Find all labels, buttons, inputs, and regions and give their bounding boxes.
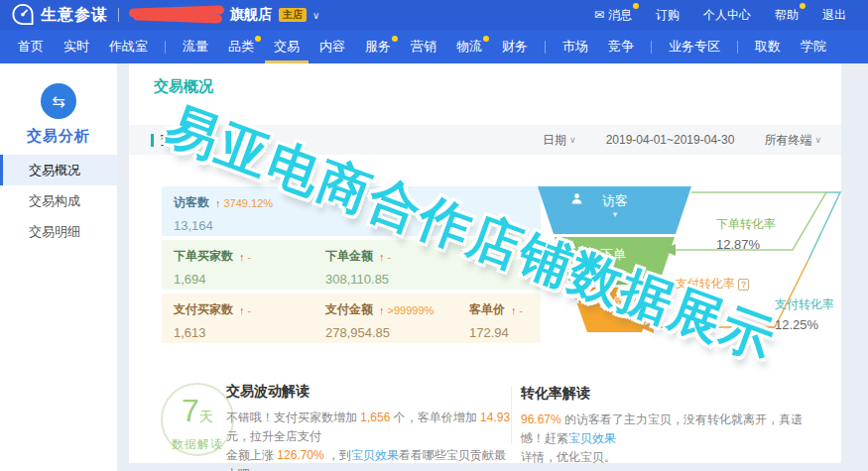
chevron-down-icon[interactable]: ∨ xyxy=(312,10,319,21)
text: 详情，优化宝贝。 xyxy=(521,450,616,464)
nav-tab-trade[interactable]: 交易 xyxy=(264,30,310,63)
insight-text: 96.67% 的访客看了主力宝贝，没有转化就离开，真遗憾！赶紧宝贝效果 详情，优… xyxy=(521,411,823,467)
notification-dot xyxy=(633,3,639,9)
notification-dot xyxy=(392,36,398,42)
metric-pay-buyers[interactable]: 支付买家数↑- 1,613 xyxy=(174,301,251,340)
rate-order-pay-conversion: 下单-支付转化率? xyxy=(648,276,749,296)
conversion-insight: 转化率解读 96.67% 的访客看了主力宝贝，没有转化就离开，真遗憾！赶紧宝贝效… xyxy=(521,385,823,467)
sidebar-item-trade-composition[interactable]: 交易构成 xyxy=(0,185,117,216)
insight-title: 交易波动解读 xyxy=(226,383,518,401)
metric-row-orders: 下单买家数↑- 1,694 下单金额↑- 308,110.85 xyxy=(162,240,541,290)
divider xyxy=(737,41,738,54)
metric-visitors[interactable]: 访客数↑3749.12% 13,164 xyxy=(174,194,273,233)
funnel-stage-label: 下单 xyxy=(600,246,626,264)
delta-up-icon: ↑ xyxy=(239,304,245,316)
highlight-number: 96.67% xyxy=(521,412,561,426)
nav-label: 业务专区 xyxy=(669,39,720,54)
section-title: 交易总览 xyxy=(161,131,212,149)
topbar-item-logout[interactable]: 退出 xyxy=(822,7,846,24)
metric-order-buyers[interactable]: 下单买家数↑- 1,694 xyxy=(174,248,251,287)
funnel-stage-label: 访客 xyxy=(602,192,628,210)
section-header: 交易总览 日期 ∨ 2019-04-01~2019-04-30 所有终端 ∨ xyxy=(129,125,841,155)
sidebar-item-trade-detail[interactable]: 交易明细 xyxy=(0,216,117,247)
conversion-funnel: 访客 ▾ 下单 支付 下单转化率 12.87% 下单-支付转化率? 支付转化率 … xyxy=(531,180,843,354)
nav-label: 物流 xyxy=(456,39,482,54)
nav-label: 品类 xyxy=(228,39,254,54)
notification-dot xyxy=(483,36,489,42)
sidebar-item-label: 交易概况 xyxy=(29,163,80,177)
rate-pay-conversion: 支付转化率 12.25% xyxy=(775,296,834,332)
notification-dot xyxy=(255,36,261,42)
metric-order-amount[interactable]: 下单金额↑- 308,110.85 xyxy=(325,248,391,287)
trade-fluctuation-insight: 交易波动解读 不错哦！支付买家数增加 1,656 个，客单价增加 14.93 元… xyxy=(226,383,518,471)
topbar-item-account[interactable]: 个人中心 xyxy=(703,7,751,24)
nav-tab-category[interactable]: 品类 xyxy=(218,30,264,63)
nav-tab-finance[interactable]: 财务 xyxy=(492,30,538,63)
date-range-value[interactable]: 2019-04-01~2019-04-30 xyxy=(606,133,735,147)
store-name-suffix[interactable]: 旗舰店 xyxy=(230,6,272,24)
nav-label: 内容 xyxy=(319,39,345,54)
nav-tab-content[interactable]: 内容 xyxy=(310,30,355,63)
nav-tab-market[interactable]: 市场 xyxy=(553,30,598,63)
topbar-item-subscribe[interactable]: 订购 xyxy=(656,7,680,24)
metric-delta: - xyxy=(520,304,524,316)
metric-delta: >99999% xyxy=(388,304,434,316)
metric-row-payments: 支付买家数↑- 1,613 支付金额↑>99999% 278,954.85 客单… xyxy=(162,294,541,343)
divider xyxy=(118,8,119,22)
topbar-item-help[interactable]: 帮助 xyxy=(775,7,799,24)
nav-tab-war-room[interactable]: 作战室 xyxy=(99,30,158,63)
nav-tab-traffic[interactable]: 流量 xyxy=(173,30,218,63)
metric-label: 客单价 xyxy=(469,301,505,318)
metric-value: 1,694 xyxy=(174,272,251,287)
visitor-icon xyxy=(570,192,583,205)
funnel-stage-visitors[interactable]: 访客 xyxy=(570,192,660,210)
badge-number: 7 xyxy=(182,393,199,428)
nav-tab-logistics[interactable]: 物流 xyxy=(446,30,492,63)
metric-value: 172.94 xyxy=(469,325,523,340)
delta-up-icon: ↑ xyxy=(511,304,517,316)
item-effect-link[interactable]: 宝贝效果 xyxy=(568,431,616,445)
nav-tab-competition[interactable]: 竞争 xyxy=(598,30,644,63)
nav-tab-home[interactable]: 首页 xyxy=(8,30,54,63)
sidebar-title: 交易分析 xyxy=(0,127,117,146)
nav-tab-data-extract[interactable]: 取数 xyxy=(745,30,791,63)
nav-tab-academy[interactable]: 学院 xyxy=(791,30,836,63)
chevron-down-icon: ∨ xyxy=(569,135,576,145)
sidebar-item-trade-overview[interactable]: 交易概况 xyxy=(0,155,117,185)
sidebar-menu: 交易概况 交易构成 交易明细 xyxy=(0,155,117,247)
delta-up-icon: ↑ xyxy=(239,251,245,263)
funnel-stage-label: 支付 xyxy=(599,294,625,311)
topbar-item-label: 订购 xyxy=(656,7,680,24)
metric-row-visitors: 访客数↑3749.12% 13,164 xyxy=(162,186,541,236)
text: 个，客单价增加 xyxy=(390,411,480,424)
nav-label: 营销 xyxy=(411,39,436,54)
nav-tab-marketing[interactable]: 营销 xyxy=(401,30,446,63)
metric-pay-amount[interactable]: 支付金额↑>99999% 278,954.85 xyxy=(325,301,434,340)
highlight-number: 126.70% xyxy=(277,448,323,462)
badge-unit: 天 xyxy=(199,409,213,424)
help-icon[interactable]: ? xyxy=(738,279,749,291)
message-icon: ✉ xyxy=(594,8,604,22)
nav-label: 流量 xyxy=(183,39,208,54)
nav-tab-business-zone[interactable]: 业务专区 xyxy=(659,30,730,63)
funnel-stage-payments[interactable]: 支付 xyxy=(568,294,656,311)
funnel-stage-orders[interactable]: 下单 xyxy=(568,246,658,264)
metric-avg-order-value[interactable]: 客单价↑- 172.94 xyxy=(469,301,523,340)
sycm-logo-icon xyxy=(12,4,34,26)
main-store-badge: 主店 xyxy=(279,8,307,22)
topbar-item-messages[interactable]: ✉ 消息 xyxy=(594,7,632,24)
nav-tab-realtime[interactable]: 实时 xyxy=(54,30,99,63)
terminal-filter[interactable]: 所有终端 xyxy=(764,132,811,149)
nav-label: 财务 xyxy=(502,39,528,54)
nav-tab-service[interactable]: 服务 xyxy=(355,30,401,63)
funnel-chevron-icon: ▾ xyxy=(570,209,660,219)
main-panel: 交易概况 交易总览 日期 ∨ 2019-04-01~2019-04-30 所有终… xyxy=(129,63,841,463)
metric-label: 支付金额 xyxy=(325,301,373,318)
text: 的访客看了主力宝贝，没有转化就离开，真遗憾！赶紧 xyxy=(521,412,803,445)
item-effect-link[interactable]: 宝贝效果 xyxy=(351,448,399,462)
nav-label: 竞争 xyxy=(608,39,634,54)
date-filter-label[interactable]: 日期 xyxy=(543,132,566,149)
chevron-down-icon: ∨ xyxy=(814,135,821,145)
nav-label: 服务 xyxy=(365,39,391,54)
rate-value: 12.87% xyxy=(716,237,776,252)
